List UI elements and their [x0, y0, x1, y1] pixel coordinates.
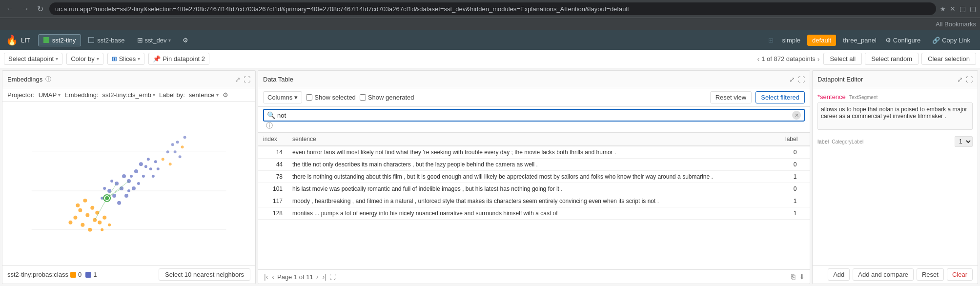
cell-sentence-4: moody , heartbreaking , and filmed in a … [287, 195, 780, 207]
page-of: of [299, 273, 306, 281]
expand-editor-icon[interactable]: ⤢ [957, 76, 963, 83]
copy-link-label: Copy Link [942, 37, 970, 44]
select-random-label: Select random [871, 55, 912, 62]
forward-button[interactable]: → [20, 2, 31, 15]
nearest-neighbors-label: Select 10 nearest neighbors [165, 271, 244, 278]
columns-button[interactable]: Columns ▾ [263, 91, 302, 103]
search-clear-button[interactable]: ✕ [792, 111, 801, 120]
copy-link-button[interactable]: 🔗 Copy Link [928, 35, 974, 46]
table-row[interactable]: 14 even horror fans will most likely not… [258, 146, 810, 159]
cell-label-5: 1 [780, 207, 810, 220]
search-icon: 🔍 [267, 111, 275, 119]
fullscreen-table-icon[interactable]: ⛶ [798, 76, 805, 83]
embeddings-panel: Embeddings ⓘ ⤢ ⛶ Projector: UMAP ▾ Embed… [2, 70, 256, 284]
embedding-select[interactable]: sst2-tiny:cls_emb ▾ [102, 91, 155, 99]
search-container: 🔍 ✕ [263, 109, 805, 122]
svg-point-41 [152, 175, 155, 178]
expand-table-icon[interactable]: ⤢ [789, 76, 795, 83]
prev-datapoint-button[interactable]: ‹ [757, 55, 759, 63]
add-button[interactable]: Add [828, 268, 850, 281]
label-by-label: Label by: [159, 91, 185, 99]
dataset-label: sst_dev [145, 37, 167, 44]
first-page-button[interactable]: |‹ [263, 272, 269, 282]
show-generated-checkbox[interactable] [360, 94, 366, 101]
editor-footer: Add Add and compare Reset Clear [813, 265, 978, 284]
table-head: index sentence label [258, 133, 810, 146]
label-field-type: CategoryLabel [832, 139, 863, 144]
back-button[interactable]: ← [4, 2, 16, 15]
cell-sentence-3: his last movie was poetically romantic a… [287, 183, 780, 195]
sentence-textarea[interactable] [817, 102, 973, 130]
cell-index-1: 44 [258, 159, 287, 171]
page-nav: |‹ ‹ Page 1 of 11 › ›| ⛶ [263, 272, 336, 282]
show-selected-label[interactable]: Show selected [306, 94, 356, 101]
layout-tab-three-panel[interactable]: three_panel [838, 35, 881, 46]
pin-label: Pin datapoint 2 [163, 55, 205, 62]
select-datapoint-caret: ▾ [56, 56, 58, 61]
settings-icon-embedding[interactable]: ⚙ [223, 91, 228, 99]
toolbar: Select datapoint ▾ Color by ▾ ⊞ Slices ▾… [0, 50, 980, 68]
show-generated-label[interactable]: Show generated [360, 94, 414, 101]
table-row[interactable]: 117 moody , heartbreaking , and filmed i… [258, 195, 810, 207]
editor-panel-icons: ⤢ ⛶ [957, 76, 973, 83]
cell-index-4: 117 [258, 195, 287, 207]
table-row[interactable]: 78 there is nothing outstanding about th… [258, 171, 810, 183]
svg-point-48 [181, 145, 184, 148]
svg-point-37 [127, 189, 130, 192]
last-page-button[interactable]: ›| [321, 272, 327, 282]
url-bar[interactable]: uc.a.run.app/?models=sst2-tiny&selection… [49, 2, 936, 15]
svg-point-30 [130, 175, 133, 178]
table-row[interactable]: 44 the title not only describes its main… [258, 159, 810, 171]
select-random-button[interactable]: Select random [865, 53, 919, 65]
select-all-button[interactable]: Select all [823, 53, 862, 65]
data-table-panel: Data Table ⤢ ⛶ Columns ▾ Show selected S… [258, 70, 810, 284]
layout-tab-simple[interactable]: simple [777, 35, 806, 46]
label-field-label: label [817, 139, 829, 144]
clear-selection-button[interactable]: Clear selection [921, 53, 976, 65]
select-filtered-button[interactable]: Select filtered [755, 91, 805, 103]
editor-title-text: Datapoint Editor [817, 76, 863, 83]
configure-button[interactable]: ⚙ Configure [881, 35, 924, 46]
prev-page-button[interactable]: ‹ [271, 272, 275, 282]
dataset-tab[interactable]: ⊞ sst_dev ▾ [132, 34, 176, 46]
cell-index-5: 128 [258, 207, 287, 220]
next-datapoint-button[interactable]: › [817, 55, 820, 63]
select-datapoint-button[interactable]: Select datapoint ▾ [4, 53, 62, 65]
label-by-select[interactable]: sentence ▾ [189, 91, 219, 99]
model-tab-sst2-base[interactable]: sst2-base [83, 34, 130, 46]
app-header: 🔥 LIT sst2-tiny sst2-base ⊞ sst_dev ▾ ⚙ … [0, 30, 980, 50]
model-tab-sst2-tiny[interactable]: sst2-tiny [38, 34, 81, 46]
projector-select[interactable]: UMAP ▾ [39, 91, 61, 99]
projector-caret: ▾ [58, 92, 61, 98]
download-table-icon[interactable]: ⬇ [799, 273, 805, 281]
expand-icon[interactable]: ⤢ [235, 76, 241, 83]
reset-button[interactable]: Reset [917, 268, 944, 281]
color-by-button[interactable]: Color by ▾ [66, 53, 103, 65]
copy-table-icon[interactable]: ⎘ [791, 273, 795, 281]
pin-datapoint-button[interactable]: 📌 Pin datapoint 2 [148, 53, 209, 65]
refresh-button[interactable]: ↻ [35, 2, 45, 16]
svg-point-10 [98, 221, 102, 225]
table-row[interactable]: 128 montias ... pumps a lot of energy in… [258, 207, 810, 220]
add-compare-label: Add and compare [858, 271, 908, 278]
search-input[interactable] [277, 112, 792, 119]
layout-tab-default[interactable]: default [807, 35, 836, 46]
show-selected-checkbox[interactable] [306, 94, 312, 101]
add-compare-button[interactable]: Add and compare [853, 268, 914, 281]
page-label: Page [277, 273, 292, 281]
embedding-value: sst2-tiny:cls_emb [102, 91, 151, 99]
reset-view-button[interactable]: Reset view [710, 91, 752, 103]
expand-rows-icon[interactable]: ⛶ [329, 273, 336, 281]
slices-button[interactable]: ⊞ Slices ▾ [107, 53, 145, 65]
table-row[interactable]: 101 his last movie was poetically romant… [258, 183, 810, 195]
svg-point-40 [154, 160, 157, 163]
next-page-button[interactable]: › [315, 272, 320, 282]
nearest-neighbors-button[interactable]: Select 10 nearest neighbors [159, 268, 250, 281]
clear-button[interactable]: Clear [947, 268, 973, 281]
label-select[interactable]: 1 0 [955, 136, 973, 147]
fullscreen-icon[interactable]: ⛶ [244, 76, 250, 83]
star-icon: ★ [940, 5, 946, 13]
settings-tab[interactable]: ⚙ [178, 35, 193, 46]
fullscreen-editor-icon[interactable]: ⛶ [966, 76, 973, 83]
scatter-plot[interactable] [2, 102, 255, 265]
